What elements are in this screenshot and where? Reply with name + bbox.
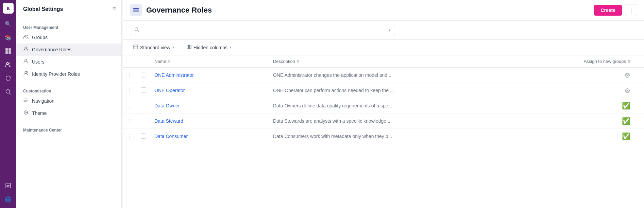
left-panel-content: User Management Groups Governance Roles … [16, 18, 121, 208]
search-input[interactable] [142, 28, 386, 33]
assign-yes-icon: ✅ [622, 133, 630, 140]
svg-point-6 [6, 90, 10, 93]
svg-rect-22 [188, 45, 189, 49]
theme-label: Theme [32, 110, 47, 116]
assign-no-icon: ⊗ [625, 87, 630, 94]
row-checkbox-0[interactable] [137, 68, 150, 83]
sidebar-item-governance-roles[interactable]: Governance Roles [16, 44, 121, 56]
discover-nav-icon[interactable] [2, 86, 14, 98]
search-bar[interactable]: ▾ [130, 25, 395, 35]
name-sort-icon[interactable]: ⇅ [168, 59, 171, 64]
main-header-right: Create ⋮ [594, 4, 637, 16]
svg-point-12 [25, 71, 27, 73]
assign-no-icon: ⊗ [625, 71, 630, 79]
page-title: Governance Roles [146, 6, 212, 15]
row-checkbox-3[interactable] [137, 114, 150, 129]
row-name-0[interactable]: ONE Administrator [150, 68, 269, 83]
book-nav-icon[interactable]: 📚 [2, 31, 14, 44]
hidden-columns-button[interactable]: Hidden columns ▾ [183, 42, 235, 52]
sidebar-item-identity-provider-roles[interactable]: Identity Provider Roles [16, 68, 121, 80]
view-controls: Standard view ▾ Hidden columns ▾ [123, 40, 644, 55]
app-logo[interactable]: a [3, 3, 14, 14]
sidebar-item-groups[interactable]: Groups [16, 31, 121, 44]
col-name: Name ⇅ [150, 55, 269, 68]
row-assign-1: ⊗ [519, 83, 644, 98]
left-panel-title: Global Settings [23, 6, 63, 12]
assign-yes-icon: ✅ [622, 102, 630, 109]
more-icon: ⋮ [628, 6, 634, 14]
row-name-4[interactable]: Data Consumer [150, 129, 269, 144]
row-name-2[interactable]: Data Owner [150, 98, 269, 114]
table-row: ⋮ Data Owner Data Owners define data qua… [123, 98, 644, 114]
shield-nav-icon[interactable] [2, 72, 14, 84]
row-assign-3: ✅ [519, 114, 644, 129]
row-checkbox-4[interactable] [137, 129, 150, 144]
users-nav-icon[interactable] [2, 58, 14, 71]
svg-rect-23 [190, 45, 191, 49]
theme-icon [23, 110, 29, 117]
assign-yes-icon: ✅ [622, 117, 630, 125]
row-checkbox-2[interactable] [137, 98, 150, 114]
row-menu-3[interactable]: ⋮ [123, 114, 137, 129]
table-wrapper: Name ⇅ Description ⇅ Assign to new group… [123, 55, 644, 208]
table-icon [133, 45, 138, 50]
globe-nav-icon[interactable]: 🌐 [2, 193, 14, 205]
col-menu [123, 55, 137, 68]
row-desc-0: ONE Administrator changes the applicatio… [269, 68, 519, 83]
svg-rect-18 [133, 8, 139, 9]
governance-roles-table: Name ⇅ Description ⇅ Assign to new group… [123, 55, 644, 144]
assign-sort-icon[interactable]: ⇅ [627, 59, 630, 64]
main-content: Governance Roles Create ⋮ ▾ Standard vie… [123, 0, 644, 208]
navigation-icon [23, 98, 29, 104]
svg-point-11 [25, 59, 27, 61]
svg-rect-3 [9, 51, 11, 54]
svg-rect-0 [5, 48, 8, 51]
sidebar-item-users[interactable]: Users [16, 56, 121, 68]
identity-icon [23, 71, 29, 77]
more-options-button[interactable]: ⋮ [625, 4, 637, 16]
svg-point-19 [135, 28, 138, 31]
row-assign-4: ✅ [519, 129, 644, 144]
users-icon [23, 58, 29, 65]
row-desc-4: Data Consumers work with metadata only w… [269, 129, 519, 144]
sidebar-item-navigation[interactable]: Navigation [16, 95, 121, 107]
svg-rect-2 [5, 51, 8, 54]
svg-rect-16 [133, 11, 139, 12]
row-name-1[interactable]: ONE Operator [150, 83, 269, 98]
row-menu-2[interactable]: ⋮ [123, 98, 137, 114]
svg-rect-17 [133, 10, 139, 11]
search-toolbar: ▾ [123, 21, 644, 40]
desc-sort-icon[interactable]: ⇅ [296, 59, 300, 64]
hamburger-icon[interactable]: ≡ [112, 5, 116, 13]
svg-point-4 [6, 63, 9, 65]
row-menu-1[interactable]: ⋮ [123, 83, 137, 98]
svg-rect-21 [187, 45, 188, 49]
search-icon [134, 27, 139, 33]
col-description: Description ⇅ [269, 55, 519, 68]
table-row: ⋮ Data Consumer Data Consumers work with… [123, 129, 644, 144]
report-nav-icon[interactable] [2, 179, 14, 192]
row-name-3[interactable]: Data Steward [150, 114, 269, 129]
svg-point-9 [26, 35, 28, 36]
create-button[interactable]: Create [594, 5, 622, 16]
search-chevron-icon[interactable]: ▾ [389, 28, 391, 33]
svg-rect-20 [134, 45, 138, 49]
row-desc-3: Data Stewards are analysts with a specif… [269, 114, 519, 129]
standard-view-button[interactable]: Standard view ▾ [130, 42, 178, 52]
standard-view-label: Standard view [140, 45, 170, 50]
hidden-columns-chevron: ▾ [230, 45, 232, 50]
svg-point-5 [9, 63, 10, 64]
catalog-nav-icon[interactable] [2, 45, 14, 57]
search-nav-icon[interactable]: 🔍 [2, 18, 14, 30]
table-row: ⋮ ONE Operator ONE Operator can perform … [123, 83, 644, 98]
standard-view-chevron: ▾ [172, 45, 174, 50]
hidden-columns-label: Hidden columns [193, 45, 227, 50]
groups-icon [23, 34, 29, 41]
row-menu-4[interactable]: ⋮ [123, 129, 137, 144]
sidebar-item-theme[interactable]: Theme [16, 107, 121, 119]
groups-label: Groups [32, 35, 48, 40]
svg-rect-1 [9, 48, 11, 51]
row-checkbox-1[interactable] [137, 83, 150, 98]
svg-point-15 [25, 112, 27, 113]
row-menu-0[interactable]: ⋮ [123, 68, 137, 83]
